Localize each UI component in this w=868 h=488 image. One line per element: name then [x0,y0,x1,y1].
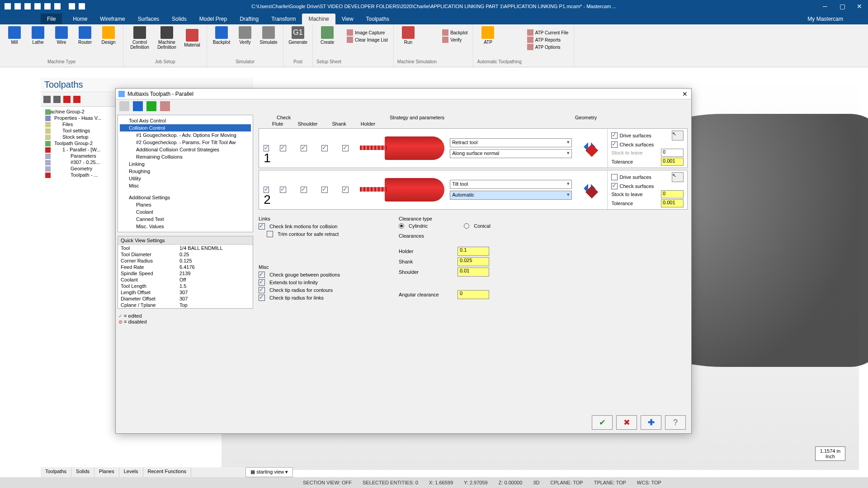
atp-reports-button[interactable]: ATP Reports [525,36,571,43]
machine-definition-button[interactable]: Machine Definition [154,26,179,50]
trim-contour-checkbox[interactable] [267,231,273,237]
copy-icon[interactable] [44,3,51,9]
row1-shank-checkbox[interactable] [321,145,328,151]
nav-misc[interactable]: Misc [120,182,251,189]
tab-drafting[interactable]: Drafting [233,14,265,24]
nav-planes[interactable]: Planes [120,201,251,208]
material-button[interactable]: Material [181,26,203,50]
generate-button[interactable]: G1Generate [287,26,309,45]
status-tplane[interactable]: TPLANE: TOP [594,480,626,485]
tab-machine[interactable]: Machine [302,14,335,24]
undo-icon[interactable] [69,3,75,9]
row1-drive-surfaces-checkbox[interactable] [611,132,618,139]
strategy-dropdown-2[interactable]: Tilt tool [450,180,572,189]
tip-links-checkbox[interactable] [259,295,265,301]
row1-flute-checkbox[interactable] [280,145,286,151]
close-window-button[interactable]: ✕ [851,0,868,13]
nav-misc-values[interactable]: Misc. Values [120,223,251,230]
cylindric-radio[interactable] [399,223,404,229]
nav-linking[interactable]: Linking [120,160,251,168]
new-icon[interactable] [5,3,11,9]
tab-wireframe[interactable]: Wireframe [94,14,131,24]
status-cplane[interactable]: CPLANE: TOP [550,480,583,485]
atp-options-button[interactable]: ATP Options [525,43,571,51]
router-button[interactable]: Router [74,26,96,45]
tab-surfaces[interactable]: Surfaces [132,14,165,24]
my-mastercam-link[interactable]: My Mastercam [805,14,845,24]
tab-modelprep[interactable]: Model Prep [193,14,233,24]
help-button[interactable]: ? [665,415,686,430]
run-sim-button[interactable]: Run [397,26,419,45]
tool-icon[interactable] [119,101,129,111]
nav-roughing[interactable]: Roughing [120,168,251,175]
row2-check-surfaces-checkbox[interactable] [611,183,618,189]
maximize-button[interactable]: ▢ [834,0,851,13]
btab-levels[interactable]: Levels [119,467,143,477]
shoulder-clearance-input[interactable]: 0.01 [458,267,489,277]
row1-tolerance-input[interactable]: 0.001 [661,158,684,166]
verify-button[interactable]: Verify [234,26,256,45]
btab-planes[interactable]: Planes [94,467,119,477]
lathe-button[interactable]: Lathe [27,26,49,45]
status-wcs[interactable]: WCS: TOP [637,480,661,485]
status-mode[interactable]: 3D [533,480,539,485]
tip-contours-checkbox[interactable] [259,287,265,293]
simulate-button[interactable]: Simulate [258,26,279,45]
wire-button[interactable]: Wire [51,26,72,45]
nav-gouge-2[interactable]: #2 Gougecheckop. - Params. For Tilt Tool… [120,139,251,146]
tab-solids[interactable]: Solids [165,14,193,24]
tab-transform[interactable]: Transform [265,14,302,24]
tree-tool-icon[interactable] [53,96,61,103]
ok-button[interactable]: ✔ [592,415,613,430]
nav-collision-control[interactable]: Collision Control [120,124,251,131]
save-icon[interactable] [14,3,21,9]
tree-tool-icon[interactable] [43,96,51,103]
tab-toolpaths[interactable]: Toolpaths [360,14,396,24]
view-tab-starting[interactable]: ▦ starting view ▾ [245,467,293,477]
conical-radio[interactable] [464,223,469,229]
minimize-button[interactable]: ─ [816,0,834,13]
gouge-checkbox[interactable] [259,272,265,278]
nav-canned-text[interactable]: Canned Text [120,216,251,223]
row1-holder-checkbox[interactable] [342,145,349,151]
mill-button[interactable]: Mill [4,26,25,45]
cancel-button[interactable]: ✖ [616,415,637,430]
open-icon[interactable] [24,3,31,9]
row2-shank-checkbox[interactable] [321,187,328,193]
sim-verify-button[interactable]: Verify [440,36,469,43]
nav-remaining[interactable]: Remaining Collisions [120,153,251,160]
nav-additional-settings[interactable]: Additional Settings [120,194,251,201]
apply-icon[interactable] [146,101,156,111]
shank-clearance-input[interactable]: 0.025 [458,257,489,266]
print-icon[interactable] [34,3,41,9]
nav-tool-axis[interactable]: Tool Axis Control [120,117,251,124]
backplot-button[interactable]: Backplot [211,26,232,45]
holder-clearance-input[interactable]: 0.1 [458,247,489,256]
btab-solids[interactable]: Solids [71,467,94,477]
row2-flute-checkbox[interactable] [280,187,286,193]
row1-shoulder-checkbox[interactable] [301,145,307,151]
atp-button[interactable]: ATP [477,26,499,45]
redo-icon[interactable] [79,3,85,9]
nav-additional-collision[interactable]: Additional Collision Control Strategies [120,146,251,153]
nav-coolant[interactable]: Coolant [120,208,251,216]
nav-utility[interactable]: Utility [120,175,251,182]
row2-holder-checkbox[interactable] [342,187,349,193]
row2-enable-checkbox[interactable] [264,187,269,193]
tab-home[interactable]: Home [66,14,94,24]
tree-tool-icon[interactable] [73,96,80,103]
tab-file[interactable]: File [41,14,62,24]
dialog-titlebar[interactable]: Multiaxis Toolpath - Parallel ✕ [116,89,691,99]
row1-check-surfaces-checkbox[interactable] [611,141,618,148]
btab-recent[interactable]: Recent Functions [143,467,192,477]
row2-shoulder-checkbox[interactable] [301,187,307,193]
strategy-dropdown-1[interactable]: Retract tool [450,138,572,147]
extends-checkbox[interactable] [259,279,265,286]
row1-enable-checkbox[interactable] [264,145,269,151]
row1-stock-input[interactable]: 0 [661,149,684,157]
check-link-motions-checkbox[interactable] [259,223,265,230]
row2-tolerance-input[interactable]: 0.001 [661,199,684,207]
btab-toolpaths[interactable]: Toolpaths [41,467,71,477]
row1-pick-button[interactable]: ↖ [672,131,684,141]
quick-access-toolbar[interactable] [0,3,85,9]
